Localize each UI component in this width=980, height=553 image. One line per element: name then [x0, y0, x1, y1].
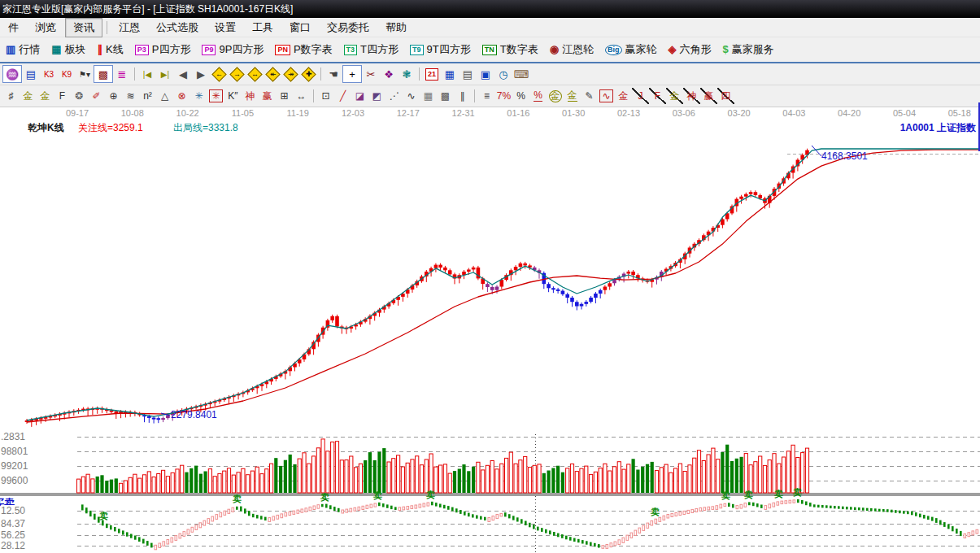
gold-diag-icon[interactable]: 金 [666, 88, 683, 104]
gold-circle-icon[interactable]: 金 [547, 88, 564, 104]
angle-a-icon[interactable]: △ [156, 88, 173, 104]
nav-last-icon[interactable]: ▶| [156, 66, 174, 82]
pattern-icon[interactable]: ▩ [94, 65, 113, 83]
crosshair-icon[interactable]: + [342, 65, 362, 83]
quick-winner-service-button[interactable]: $赢家服务 [717, 42, 780, 57]
diag-box-icon[interactable]: ◩ [368, 88, 385, 104]
angle-tool-icon[interactable]: ✂ [362, 66, 380, 82]
hand-icon[interactable]: ☚ [324, 66, 342, 82]
quick-winner-wheel-button[interactable]: Big赢家轮 [599, 42, 663, 57]
si-diag-icon[interactable]: 四 [717, 88, 734, 104]
percent-seven-icon[interactable]: 7% [495, 88, 512, 104]
volume-bar [674, 468, 677, 493]
span-arrows-icon[interactable]: ↔ [293, 88, 310, 104]
quick-kline-button[interactable]: ∥K线 [92, 42, 129, 57]
volume-bar [326, 451, 329, 493]
menu-item-浏览[interactable]: 浏览 [28, 19, 63, 37]
quick-quotes-button[interactable]: ▥行情 [0, 42, 46, 57]
histogram-icon[interactable]: ≣ [113, 66, 131, 82]
diamond-left-icon[interactable]: ← [210, 66, 228, 82]
diamond-right-icon[interactable]: → [228, 66, 246, 82]
menu-item-资讯[interactable]: 资讯 [65, 18, 102, 37]
k3-combine-icon[interactable]: K3 [40, 66, 58, 82]
pen-rocket-icon[interactable]: ✐ [88, 88, 105, 104]
calculator-icon[interactable]: ▦ [441, 66, 459, 82]
menu-item-交易委托[interactable]: 交易委托 [320, 19, 377, 37]
nav-next-icon[interactable]: ▶ [192, 66, 210, 82]
workstation-icon[interactable]: ⌨ [512, 66, 530, 82]
menu-item-窗口[interactable]: 窗口 [282, 19, 318, 37]
menu-item-工具[interactable]: 工具 [245, 19, 281, 37]
gold-pillar-b-icon[interactable]: 金 [37, 88, 54, 104]
quick-sectors-button[interactable]: ▦板块 [46, 42, 91, 57]
gold-line-icon[interactable]: 金 [564, 88, 581, 104]
j-line-icon[interactable]: J [632, 88, 649, 104]
clover-tool-icon[interactable]: ❖ [380, 66, 398, 82]
diamond-full-icon[interactable]: ✚ [299, 66, 317, 82]
k-marks-icon[interactable]: K″ [224, 88, 242, 104]
f-grid-icon[interactable]: F [54, 88, 71, 104]
grid-large-icon[interactable]: ▩ [437, 88, 454, 104]
k9-combine-icon[interactable]: K9 [58, 66, 76, 82]
fan-box-icon[interactable]: ◪ [351, 88, 368, 104]
grid-123-icon[interactable]: ⊞ [276, 88, 293, 104]
zigzag-icon[interactable]: ∿ [403, 88, 420, 104]
fractal-tool-icon[interactable]: ❃ [398, 66, 416, 82]
box-select-icon[interactable]: ⊡ [317, 88, 334, 104]
shen-diag-icon[interactable]: 神 [683, 88, 700, 104]
percent-icon[interactable]: % [512, 88, 529, 104]
quick-t-number-table-button[interactable]: TNT数字表 [477, 42, 544, 57]
fan-lines-icon[interactable]: ╱ [334, 88, 351, 104]
spiral-icon[interactable]: ❂ [71, 88, 88, 104]
notes-icon[interactable]: ▤ [459, 66, 477, 82]
menu-item-公式选股[interactable]: 公式选股 [149, 19, 206, 37]
quick-t9-square-button[interactable]: T99T四方形 [404, 42, 477, 57]
main-chart-canvas[interactable] [0, 120, 980, 553]
percent-line-icon[interactable]: % [529, 88, 547, 104]
quick-hexagon-button[interactable]: ◈六角形 [663, 42, 717, 57]
menu-item-帮助[interactable]: 帮助 [378, 19, 414, 37]
ying-pillar-icon[interactable]: 赢 [259, 88, 276, 104]
diamond-compress-icon[interactable]: ↞ [264, 66, 281, 82]
parallel-lines-icon[interactable]: ∥ [454, 88, 471, 104]
hash-tool-icon[interactable]: ♯ [2, 88, 20, 104]
n-square-icon[interactable]: n² [139, 88, 156, 104]
ying-diag-icon[interactable]: 赢 [700, 88, 717, 104]
calendar-icon[interactable]: 21 [423, 66, 441, 82]
brush-icon[interactable]: ✎ [581, 88, 598, 104]
quick-gann-wheel-button[interactable]: ◉江恩轮 [544, 42, 599, 57]
diamond-expand-icon[interactable]: ↔ [246, 66, 264, 82]
f-line-icon[interactable]: F [649, 88, 666, 104]
quick-t-square-button[interactable]: T3T四方形 [338, 42, 404, 57]
nav-first-icon[interactable]: |◀ [138, 66, 156, 82]
web-box-icon[interactable]: ✳ [207, 88, 224, 104]
gold-red-icon[interactable]: 金 [615, 88, 632, 104]
wave-box-icon[interactable]: ∿ [598, 88, 615, 104]
menu-item-江恩[interactable]: 江恩 [111, 19, 147, 37]
oscillator-tick [614, 542, 616, 546]
quick-p-number-table-button[interactable]: PNP数字表 [269, 42, 338, 57]
oscillator-tick [130, 534, 133, 538]
web-icon[interactable]: ✳ [190, 88, 207, 104]
scale-marks-icon[interactable]: ≡ [478, 88, 495, 104]
grid-small-icon[interactable]: ▦ [420, 88, 437, 104]
quick-p9-square-button[interactable]: P99P四方形 [196, 42, 269, 57]
net-view-icon[interactable]: ♒ [2, 65, 22, 83]
shen-pillar-icon[interactable]: 神 [242, 88, 259, 104]
nav-prev-icon[interactable]: ◀ [174, 66, 192, 82]
info-doc-icon[interactable]: ▤ [22, 66, 40, 82]
ray-lines-icon[interactable]: ⋰ [385, 88, 403, 104]
flag-dropdown-icon[interactable]: ⚑▾ [76, 66, 94, 82]
menu-item-设置[interactable]: 设置 [207, 19, 243, 37]
menu-item-件[interactable]: 件 [1, 19, 26, 37]
diamond-zoom-icon[interactable]: ↠ [281, 66, 299, 82]
gann-circle-icon[interactable]: ⊕ [105, 88, 122, 104]
quick-p-square-button[interactable]: P3P四方形 [129, 42, 197, 57]
oscillator-tick [187, 529, 189, 534]
sync-clock-icon[interactable]: ◷ [494, 66, 512, 82]
save-icon[interactable]: ▣ [477, 66, 494, 82]
title-bar[interactable]: 家江恩专业版[赢家内部服务平台] - [上证指数 SH1A0001-167日K线… [0, 0, 980, 18]
ruler-ticks-icon[interactable]: ≋ [122, 88, 139, 104]
gold-pillar-a-icon[interactable]: 金 [20, 88, 37, 104]
red-target-icon[interactable]: ⊗ [173, 88, 190, 104]
